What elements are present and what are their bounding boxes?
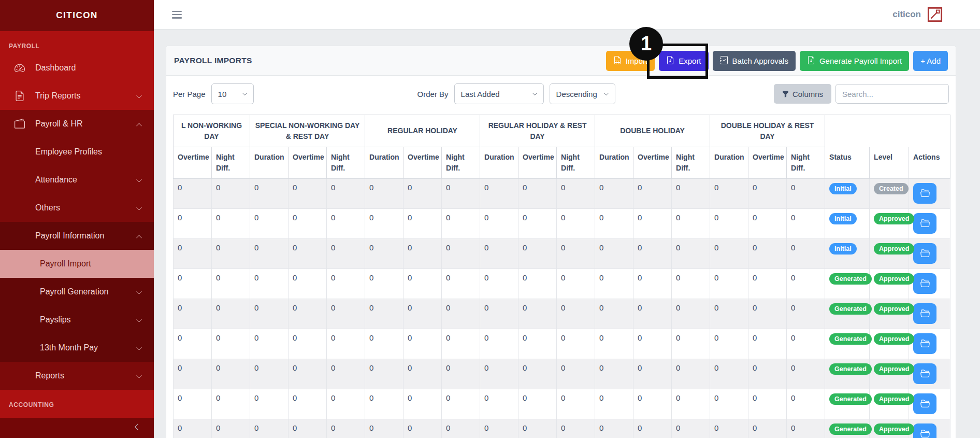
sidebar-item-reports[interactable]: Reports bbox=[0, 362, 154, 390]
table-row: 00000000000000000InitialApproved bbox=[174, 209, 950, 239]
value-cell: 0 bbox=[710, 329, 748, 359]
open-record-button[interactable] bbox=[913, 213, 936, 234]
sidebar-item-payroll-information[interactable]: Payroll Information bbox=[0, 222, 154, 250]
open-record-button[interactable] bbox=[913, 363, 936, 384]
status-cell: Generated bbox=[825, 329, 870, 359]
sidebar-item-label: Attendance bbox=[35, 175, 77, 185]
value-cell: 0 bbox=[595, 179, 633, 209]
status-cell: Initial bbox=[825, 209, 870, 239]
columns-button[interactable]: Columns bbox=[774, 84, 831, 104]
sidebar-item-payroll-import[interactable]: Payroll Import bbox=[0, 250, 154, 278]
batch-approvals-button[interactable]: Batch Approvals bbox=[713, 51, 796, 71]
open-record-button[interactable] bbox=[913, 183, 936, 204]
value-cell: 0 bbox=[672, 179, 710, 209]
value-cell: 0 bbox=[174, 179, 212, 209]
approved-badge: Approved bbox=[874, 213, 914, 224]
generated-badge: Generated bbox=[829, 273, 872, 285]
folder-open-icon bbox=[920, 429, 930, 438]
value-cell: 0 bbox=[289, 299, 327, 329]
value-cell: 0 bbox=[212, 329, 250, 359]
journal-check-icon bbox=[720, 56, 728, 66]
approved-badge: Approved bbox=[874, 303, 914, 315]
value-cell: 0 bbox=[787, 239, 825, 269]
order-by-select[interactable]: Last Added bbox=[454, 83, 544, 104]
sidebar-item-label: Dashboard bbox=[35, 63, 76, 73]
sidebar-collapse-button[interactable] bbox=[0, 418, 154, 438]
level-cell: Approved bbox=[870, 209, 909, 239]
open-record-button[interactable] bbox=[913, 303, 936, 324]
table-row: 00000000000000000GeneratedApproved bbox=[174, 419, 950, 438]
sidebar-item-payroll-hr[interactable]: Payroll & HR bbox=[0, 110, 154, 138]
value-cell: 0 bbox=[403, 329, 442, 359]
open-record-button[interactable] bbox=[913, 393, 936, 414]
chevron-down-icon bbox=[136, 289, 142, 295]
value-cell: 0 bbox=[289, 329, 327, 359]
user-menu[interactable]: citicon bbox=[892, 9, 921, 20]
value-cell: 0 bbox=[365, 389, 403, 419]
sidebar-item-attendance[interactable]: Attendance bbox=[0, 166, 154, 194]
value-cell: 0 bbox=[595, 299, 633, 329]
value-cell: 0 bbox=[787, 179, 825, 209]
column-group-special-non-working-day-rest-day: SPECIAL NON-WORKING DAY & REST DAY bbox=[250, 115, 365, 147]
search-input[interactable] bbox=[835, 84, 949, 104]
value-cell: 0 bbox=[327, 419, 365, 438]
actions-cell bbox=[909, 419, 950, 438]
open-record-button[interactable] bbox=[913, 423, 936, 438]
value-cell: 0 bbox=[327, 179, 365, 209]
sidebar-item-dashboard[interactable]: Dashboard bbox=[0, 54, 154, 82]
chevron-down-icon bbox=[136, 317, 142, 323]
value-cell: 0 bbox=[480, 209, 518, 239]
generated-badge: Generated bbox=[829, 423, 872, 435]
funnel-icon bbox=[782, 91, 789, 97]
import-button[interactable]: Import bbox=[606, 51, 655, 71]
value-cell: 0 bbox=[365, 209, 403, 239]
value-cell: 0 bbox=[442, 269, 480, 299]
generate-payroll-import-button[interactable]: Generate Payroll Import bbox=[800, 51, 909, 71]
actions-cell bbox=[909, 329, 950, 359]
value-cell: 0 bbox=[289, 389, 327, 419]
value-cell: 0 bbox=[518, 299, 557, 329]
open-record-button[interactable] bbox=[913, 273, 936, 294]
file-text-icon bbox=[15, 91, 25, 101]
sidebar: CITICON PAYROLL DashboardTrip ReportsPay… bbox=[0, 0, 154, 438]
sidebar-item-payslips[interactable]: Payslips bbox=[0, 306, 154, 334]
value-cell: 0 bbox=[672, 209, 710, 239]
open-record-button[interactable] bbox=[913, 333, 936, 354]
value-cell: 0 bbox=[250, 299, 289, 329]
value-cell: 0 bbox=[327, 389, 365, 419]
value-cell: 0 bbox=[633, 329, 672, 359]
header-actions: ImportExportBatch ApprovalsGenerate Payr… bbox=[606, 51, 948, 71]
add-button[interactable]: + Add bbox=[913, 51, 948, 71]
value-cell: 0 bbox=[403, 359, 442, 389]
sidebar-item-trip-reports[interactable]: Trip Reports bbox=[0, 82, 154, 110]
open-record-button[interactable] bbox=[913, 243, 936, 264]
initial-badge: Initial bbox=[829, 213, 857, 224]
value-cell: 0 bbox=[787, 329, 825, 359]
value-cell: 0 bbox=[327, 329, 365, 359]
value-cell: 0 bbox=[289, 209, 327, 239]
sidebar-item-payroll-generation[interactable]: Payroll Generation bbox=[0, 278, 154, 306]
value-cell: 0 bbox=[748, 239, 787, 269]
sidebar-item-others[interactable]: Others bbox=[0, 194, 154, 222]
hamburger-menu-icon[interactable] bbox=[172, 11, 182, 19]
order-direction-select[interactable]: Descending bbox=[550, 83, 615, 104]
export-button[interactable]: Export bbox=[659, 51, 708, 71]
folder-open-icon bbox=[920, 188, 930, 199]
value-cell: 0 bbox=[672, 239, 710, 269]
payroll-imports-card: PAYROLL IMPORTS ImportExportBatch Approv… bbox=[166, 46, 956, 438]
sidebar-item-13th-month-pay[interactable]: 13th Month Pay bbox=[0, 334, 154, 362]
folder-open-icon bbox=[920, 278, 930, 289]
value-cell: 0 bbox=[212, 269, 250, 299]
column-group-meta bbox=[825, 115, 950, 147]
approved-badge: Approved bbox=[874, 243, 914, 255]
status-cell: Generated bbox=[825, 389, 870, 419]
folder-open-icon bbox=[920, 308, 930, 319]
approved-badge: Approved bbox=[874, 333, 914, 345]
sidebar-nav: DashboardTrip ReportsPayroll & HREmploye… bbox=[0, 54, 154, 390]
value-cell: 0 bbox=[442, 179, 480, 209]
actions-cell bbox=[909, 299, 950, 329]
sidebar-item-employee-profiles[interactable]: Employee Profiles bbox=[0, 138, 154, 166]
per-page-select[interactable]: 10 bbox=[211, 83, 254, 104]
topbar: citicon bbox=[154, 0, 980, 30]
value-cell: 0 bbox=[557, 359, 595, 389]
